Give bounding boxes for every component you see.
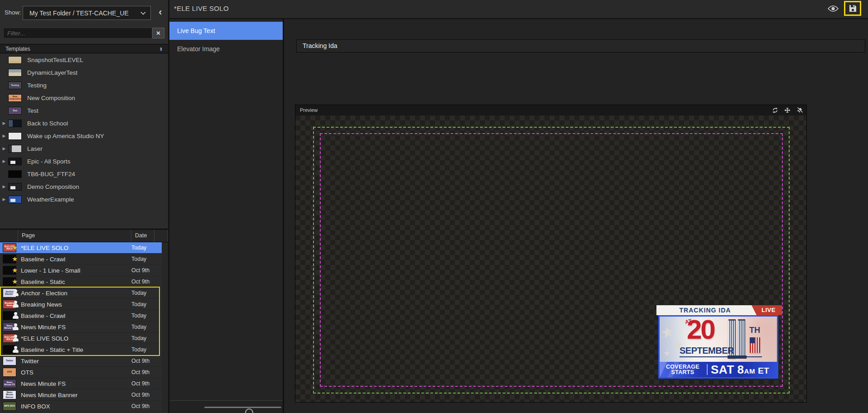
thumbnail-label: OTS bbox=[7, 371, 12, 374]
zoom-slider-track[interactable] bbox=[204, 407, 281, 408]
schedule-timezone: ET bbox=[758, 366, 769, 376]
us-flag-icon bbox=[750, 337, 760, 353]
chevron-down-icon bbox=[140, 11, 146, 15]
template-item[interactable]: ▶WeatherExample bbox=[0, 193, 168, 206]
template-item[interactable]: ▶Wake up America Studio NY bbox=[0, 130, 168, 142]
thumbnail-accent bbox=[10, 199, 15, 202]
show-row: Show: My Test Folder / TEST-CACHE_UE ‹ bbox=[0, 0, 168, 26]
schedule-hour: 8 bbox=[738, 363, 744, 377]
tab-elevator-image[interactable]: Elevator Image bbox=[169, 40, 283, 58]
eye-icon[interactable] bbox=[827, 4, 839, 13]
sort-icon[interactable]: ▲ ▼ bbox=[159, 47, 163, 51]
filter-row: × bbox=[0, 28, 168, 39]
page-date: Today bbox=[131, 335, 162, 341]
zoom-slider-knob[interactable] bbox=[245, 408, 253, 413]
clear-filter-button[interactable]: × bbox=[152, 28, 164, 38]
date-column-header[interactable]: Date bbox=[131, 230, 154, 242]
page-name: News Minute FS bbox=[21, 380, 131, 387]
preview-title: Preview bbox=[300, 107, 318, 113]
thumbnail-label: INFO BOX bbox=[4, 405, 15, 408]
page-row[interactable]: News Minute BannerNews Minute BannerOct … bbox=[0, 389, 162, 401]
template-item[interactable]: DynamicLayerTest bbox=[0, 66, 168, 79]
page-row[interactable]: ★Baseline - CrawlToday bbox=[0, 254, 162, 265]
template-item[interactable]: ▶Back to School bbox=[0, 117, 168, 130]
flag-canton bbox=[750, 337, 755, 343]
save-button-highlight bbox=[844, 1, 861, 16]
tab-live-bug-text[interactable]: Live Bug Text bbox=[169, 22, 283, 40]
graphic-day-number: 20 bbox=[687, 317, 714, 345]
page-row[interactable]: ELE LIVE SOLO★*ELE LIVE SOLOToday bbox=[0, 242, 162, 254]
star-icon: ★ bbox=[12, 278, 19, 285]
page-name: Baseline - Static bbox=[21, 279, 131, 285]
expand-arrow-icon[interactable]: ▶ bbox=[0, 197, 8, 202]
collapse-sidebar-button[interactable]: ‹ bbox=[154, 6, 166, 19]
page-row[interactable]: Anchor ElectionAnchor - ElectionToday bbox=[0, 288, 162, 299]
show-folder-value: My Test Folder / TEST-CACHE_UE bbox=[29, 10, 129, 17]
page-date: Today bbox=[131, 312, 162, 319]
fit-width-icon[interactable] bbox=[783, 107, 791, 114]
page-row[interactable]: INFO BOXINFO BOXOct 9th bbox=[0, 401, 162, 412]
person-icon bbox=[12, 300, 19, 308]
page-row[interactable]: Baseline - CrawlToday bbox=[0, 310, 162, 322]
thumb-column-header bbox=[0, 230, 18, 242]
refresh-icon[interactable] bbox=[771, 107, 779, 114]
schedule-divider bbox=[707, 364, 708, 375]
page-row[interactable]: ★Baseline - StaticOct 9th bbox=[0, 276, 162, 288]
page-row[interactable]: News Minute FSNews Minute FSOct 9th bbox=[0, 378, 162, 389]
page-date: Oct 9th bbox=[131, 380, 162, 387]
template-thumbnail bbox=[8, 120, 22, 127]
page-date: Oct 9th bbox=[131, 358, 162, 364]
template-name: Epic - All Sports bbox=[27, 158, 70, 165]
templates-header[interactable]: Templates ▲ ▼ bbox=[0, 44, 168, 53]
template-thumbnail bbox=[8, 145, 22, 153]
save-icon[interactable] bbox=[848, 4, 858, 13]
page-row[interactable]: TwitterTwitterOct 9th bbox=[0, 355, 162, 367]
expand-arrow-icon[interactable]: ▶ bbox=[0, 121, 8, 125]
expand-arrow-icon[interactable]: ▶ bbox=[0, 134, 8, 138]
expand-arrow-icon[interactable]: ▶ bbox=[0, 184, 8, 189]
preview-toolbar bbox=[771, 107, 804, 114]
unpin-icon[interactable] bbox=[796, 107, 804, 114]
month-underline bbox=[680, 356, 762, 357]
template-thumbnail: Testing bbox=[8, 82, 22, 89]
expand-arrow-icon[interactable]: ▶ bbox=[0, 159, 8, 163]
page-row[interactable]: ★Lower - 1 Line - SmallOct 9th bbox=[0, 265, 162, 276]
template-thumbnail bbox=[8, 56, 22, 64]
page-column-header[interactable]: Page bbox=[18, 230, 131, 242]
template-thumbnail bbox=[8, 196, 22, 203]
template-thumbnail bbox=[8, 158, 22, 165]
page-table-header: Page Date bbox=[0, 229, 168, 242]
page-title: *ELE LIVE SOLO bbox=[174, 5, 229, 12]
page-row[interactable]: OTSOTSOct 9th bbox=[0, 367, 162, 378]
template-item[interactable]: New CompositionNew Composition bbox=[0, 91, 168, 104]
template-item[interactable]: ▶Demo Composition bbox=[0, 180, 168, 193]
thumbnail-label: News Minute FS bbox=[3, 381, 16, 386]
coverage-line2: STARTS bbox=[660, 370, 706, 375]
template-name: Demo Composition bbox=[27, 183, 79, 190]
show-folder-select[interactable]: My Test Folder / TEST-CACHE_UE bbox=[23, 6, 151, 20]
page-name: Breaking News bbox=[21, 301, 131, 308]
expand-arrow-icon[interactable]: ▶ bbox=[0, 146, 8, 151]
template-item[interactable]: SnapshotTestLEVEL bbox=[0, 53, 168, 66]
schedule-time: SAT 8 AM ET bbox=[711, 363, 769, 377]
page-date: Today bbox=[131, 346, 162, 353]
page-row[interactable]: Baseline - Static + TitleToday bbox=[0, 344, 162, 355]
page-row[interactable]: ELE LIVE SOLO*ELE LIVE SOLOToday bbox=[0, 333, 162, 344]
filter-input[interactable] bbox=[3, 28, 152, 38]
graphic-flag-background: ★ ★ ★ AT 20 TH SEPTEMBER bbox=[660, 317, 777, 362]
page-row[interactable]: Breaking NewsBreaking NewsToday bbox=[0, 299, 162, 310]
template-thumbnail: Test bbox=[8, 107, 22, 115]
template-item[interactable]: TestTest bbox=[0, 104, 168, 117]
thumbnail-label: Testing bbox=[11, 84, 19, 86]
preview-canvas[interactable]: TRACKING IDA LIVE ★ ★ ★ AT 20 bbox=[295, 115, 806, 402]
page-row[interactable]: News Minute FSNews Minute FSToday bbox=[0, 322, 162, 333]
template-item[interactable]: TB6-BUG_FTF24 bbox=[0, 168, 168, 180]
graphic-month-text: SEPTEMBER bbox=[680, 346, 734, 356]
template-item[interactable]: TestingTesting bbox=[0, 79, 168, 91]
graphic-banner-text: TRACKING IDA bbox=[656, 305, 754, 315]
show-label: Show: bbox=[5, 9, 21, 16]
template-item[interactable]: ▶Laser bbox=[0, 142, 168, 155]
template-name: Laser bbox=[27, 145, 43, 152]
live-bug-text-field[interactable]: Tracking Ida bbox=[296, 39, 865, 53]
template-item[interactable]: ▶Epic - All Sports bbox=[0, 155, 168, 168]
